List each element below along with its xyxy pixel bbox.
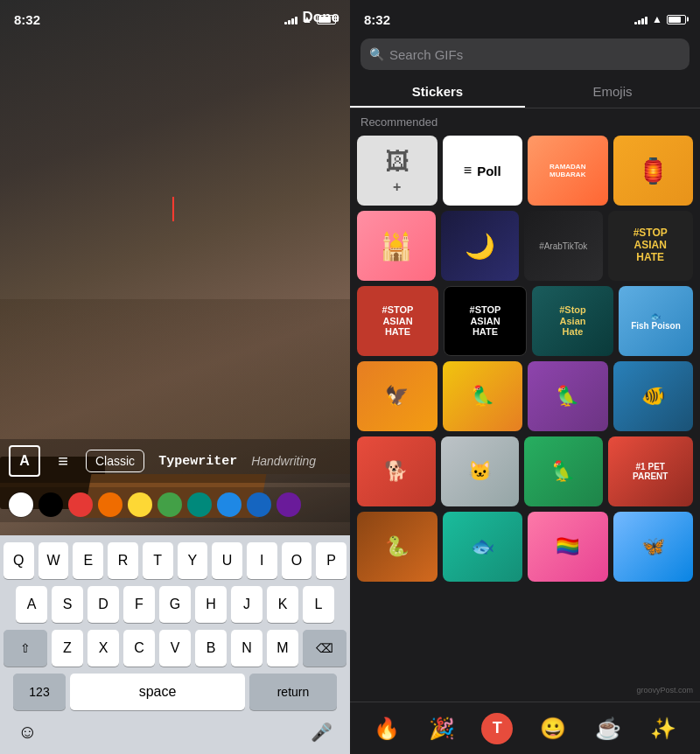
key-j[interactable]: J: [231, 586, 262, 623]
key-p[interactable]: P: [316, 542, 346, 579]
left-panel: 8:32 ▲ Done A ≡ Classic Typewriter Handw…: [0, 0, 350, 754]
sticker-stop-red[interactable]: #STOPASIANHATE: [357, 286, 438, 356]
nav-party[interactable]: 🎉: [423, 709, 461, 748]
sticker-mosque[interactable]: 🕌: [357, 211, 436, 281]
text-style-a-button[interactable]: A: [9, 445, 40, 477]
search-icon: 🔍: [369, 47, 384, 61]
emoji-button[interactable]: ☺: [18, 721, 37, 744]
sticker-pet-parent[interactable]: #1 PETPARENT: [608, 436, 694, 506]
key-g[interactable]: G: [159, 586, 191, 623]
left-status-time: 8:32: [14, 12, 40, 27]
key-l[interactable]: L: [303, 586, 334, 623]
sticker-row-2: 🕌 🌙 #ArabTikTok #STOPASIANHATE: [357, 211, 693, 281]
classic-style-button[interactable]: Classic: [86, 450, 144, 472]
nav-text-icon[interactable]: T: [481, 713, 513, 744]
key-h[interactable]: H: [195, 586, 227, 623]
key-r[interactable]: R: [108, 542, 138, 579]
sticker-pride[interactable]: 🏳️‍🌈: [528, 512, 608, 582]
key-q[interactable]: Q: [4, 542, 34, 579]
key-t[interactable]: T: [143, 542, 173, 579]
key-c[interactable]: C: [123, 630, 155, 667]
key-u[interactable]: U: [212, 542, 242, 579]
key-z[interactable]: Z: [52, 630, 83, 667]
nav-emoji[interactable]: 😀: [534, 709, 572, 748]
bottom-nav: 🔥 🎉 T 😀 ☕ ✨: [350, 702, 700, 754]
color-purple[interactable]: [276, 492, 301, 517]
color-black[interactable]: [38, 492, 63, 517]
key-space[interactable]: space: [70, 674, 245, 710]
key-a[interactable]: A: [16, 586, 47, 623]
sticker-moon[interactable]: 🌙: [441, 211, 520, 281]
keyboard[interactable]: Q W E R T Y U I O P A S D F G H J K L ⇧ …: [0, 535, 350, 754]
sticker-fish-3[interactable]: 🐟: [443, 512, 523, 582]
text-align-button[interactable]: ≡: [47, 445, 79, 477]
sticker-lantern[interactable]: 🏮: [613, 136, 694, 206]
handwriting-style-button[interactable]: Handwriting: [251, 454, 316, 468]
sticker-fish-poison[interactable]: 🐟Fish Poison: [619, 286, 693, 356]
sticker-bird-banner-1[interactable]: 🦅: [357, 361, 438, 431]
key-d[interactable]: D: [88, 586, 119, 623]
right-status-time: 8:32: [364, 12, 390, 27]
done-button[interactable]: Done: [303, 9, 340, 26]
tab-emojis[interactable]: Emojis: [525, 77, 700, 108]
key-i[interactable]: I: [247, 542, 277, 579]
sticker-cat-person[interactable]: 🐱: [441, 436, 520, 506]
key-123[interactable]: 123: [13, 674, 66, 710]
key-m[interactable]: M: [267, 630, 298, 667]
search-bar[interactable]: 🔍 Search GIFs: [360, 38, 690, 70]
sticker-ramadan[interactable]: RAMADANMUBARAK: [528, 136, 608, 206]
sticker-snake[interactable]: 🐍: [357, 512, 438, 582]
key-k[interactable]: K: [267, 586, 298, 623]
nav-text[interactable]: T: [478, 709, 516, 748]
sticker-poll[interactable]: ≡ Poll: [443, 136, 523, 206]
sticker-bird-banner-2[interactable]: 🦜: [524, 436, 603, 506]
key-w[interactable]: W: [38, 542, 69, 579]
color-white[interactable]: [9, 492, 33, 517]
sticker-row-5: 🐕 🐱 🦜 #1 PETPARENT: [357, 436, 693, 506]
sticker-fish-person-2[interactable]: 🐠: [613, 361, 694, 431]
keyboard-bottom-bar: ☺ 🎤: [4, 717, 346, 751]
key-b[interactable]: B: [195, 630, 227, 667]
key-backspace[interactable]: ⌫: [303, 630, 346, 667]
key-f[interactable]: F: [123, 586, 155, 623]
sticker-add-image[interactable]: 🖼 +: [357, 136, 438, 206]
sticker-parrot-person[interactable]: 🦜: [528, 361, 608, 431]
color-orange[interactable]: [98, 492, 122, 517]
typewriter-style-button[interactable]: Typewriter: [151, 450, 244, 472]
key-o[interactable]: O: [282, 542, 312, 579]
key-n[interactable]: N: [231, 630, 262, 667]
sticker-stop-teal[interactable]: #StopAsianHate: [532, 286, 613, 356]
key-e[interactable]: E: [73, 542, 103, 579]
nav-sparkle[interactable]: ✨: [644, 709, 682, 748]
recommended-label: Recommended: [350, 108, 700, 132]
color-yellow[interactable]: [128, 492, 152, 517]
key-v[interactable]: V: [159, 630, 191, 667]
color-green[interactable]: [158, 492, 182, 517]
sticker-stop-asian-hate-yellow[interactable]: #STOPASIANHATE: [608, 211, 694, 281]
left-status-bar: 8:32 ▲: [0, 0, 350, 38]
sticker-dog-banner[interactable]: 🐕: [357, 436, 436, 506]
sticker-row-6: 🐍 🐟 🏳️‍🌈 🦋: [357, 512, 693, 582]
sticker-bird-person[interactable]: 🦜: [443, 361, 523, 431]
color-red[interactable]: [68, 492, 93, 517]
microphone-button[interactable]: 🎤: [311, 722, 332, 743]
text-cursor: [172, 197, 174, 221]
sticker-stop-black[interactable]: #STOPASIANHATE: [444, 286, 527, 356]
right-status-bar: 8:32 ▲: [350, 0, 700, 38]
key-s[interactable]: S: [52, 586, 83, 623]
sticker-butterfly[interactable]: 🦋: [613, 512, 694, 582]
color-blue-dark[interactable]: [247, 492, 271, 517]
search-input[interactable]: Search GIFs: [389, 47, 463, 62]
color-teal[interactable]: [187, 492, 212, 517]
key-x[interactable]: X: [88, 630, 119, 667]
color-blue-light[interactable]: [217, 492, 242, 517]
sticker-arabtiktok[interactable]: #ArabTikTok: [524, 211, 603, 281]
nav-coffee[interactable]: ☕: [589, 709, 627, 748]
right-status-icons: ▲: [634, 13, 686, 25]
nav-fire[interactable]: 🔥: [368, 709, 406, 748]
key-return[interactable]: return: [249, 674, 337, 710]
key-y[interactable]: Y: [178, 542, 208, 579]
tab-stickers[interactable]: Stickers: [350, 77, 525, 108]
key-shift[interactable]: ⇧: [4, 630, 47, 667]
keyboard-row-4: 123 space return: [4, 674, 346, 710]
